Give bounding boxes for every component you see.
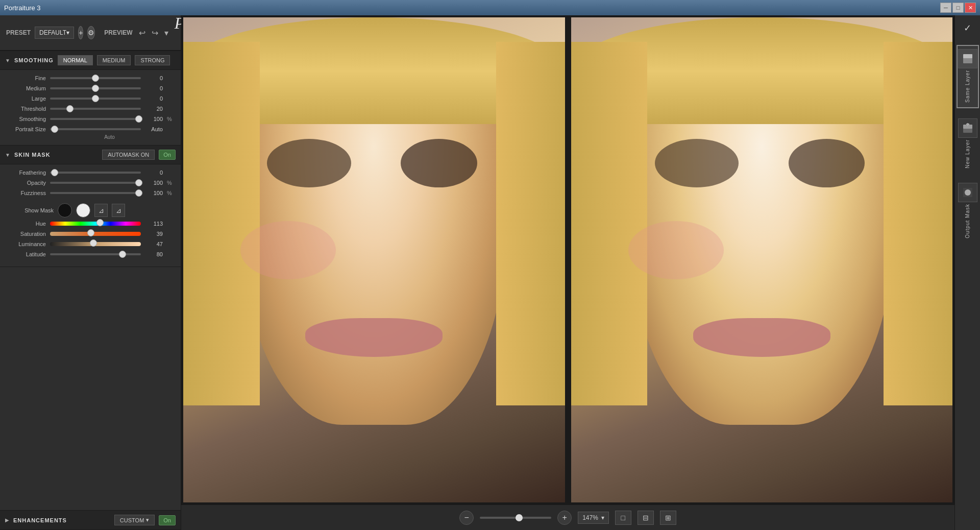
strong-button[interactable]: STRONG <box>135 55 170 65</box>
same-layer-option[interactable]: Same Layer <box>957 45 979 108</box>
smoothing-value: 100 <box>145 116 163 122</box>
preset-label: PRESET <box>6 29 31 36</box>
medium-label: Medium <box>8 85 46 91</box>
latitude-value: 80 <box>145 251 163 257</box>
preview-area: − + 147% ▾ □ ⊟ ⊞ <box>181 15 954 530</box>
hue-value: 113 <box>145 221 163 227</box>
zoom-slider[interactable] <box>480 517 551 519</box>
app-title-bar: Portraiture 3 <box>4 4 41 12</box>
output-mask-option[interactable]: Output Mask <box>957 180 979 243</box>
fuzziness-slider-thumb[interactable] <box>135 189 142 197</box>
maximize-btn[interactable]: □ <box>952 3 964 13</box>
large-slider-row: Large 0 <box>8 95 173 102</box>
skin-mask-collapse-icon[interactable]: ▼ <box>5 152 10 158</box>
skin-mask-on-button[interactable]: On <box>159 150 176 160</box>
large-slider-track[interactable] <box>50 98 141 100</box>
portrait-size-label: Portrait Size <box>8 126 46 132</box>
redo-button[interactable]: ↪ <box>150 27 160 39</box>
add-preset-button[interactable]: + <box>78 26 83 39</box>
large-label: Large <box>8 95 46 102</box>
smoothing-collapse-icon[interactable]: ▼ <box>5 58 10 63</box>
settings-icon[interactable]: ⚙ <box>87 26 95 39</box>
hue-slider-row: Hue 113 <box>8 221 173 227</box>
hue-slider-thumb[interactable] <box>96 219 104 226</box>
preset-dropdown[interactable]: DEFAULT ▾ <box>35 27 74 39</box>
enhancements-on-button[interactable]: On <box>159 515 176 525</box>
feathering-slider-track[interactable] <box>50 172 141 174</box>
medium-slider-track[interactable] <box>50 87 141 89</box>
opacity-slider-track[interactable] <box>50 182 141 184</box>
luminance-slider-thumb[interactable] <box>90 239 97 247</box>
saturation-slider-track[interactable] <box>50 232 141 236</box>
checkmark-icon: ✓ <box>964 22 971 34</box>
mask-white-button[interactable] <box>76 203 90 218</box>
hue-slider-track[interactable] <box>50 222 141 226</box>
mask-black-button[interactable] <box>58 203 72 218</box>
zoom-out-button[interactable]: − <box>459 511 474 525</box>
latitude-slider-track[interactable] <box>50 253 141 255</box>
fuzziness-slider-track[interactable] <box>50 192 141 194</box>
view-split-h-button[interactable]: ⊟ <box>638 511 654 525</box>
title-bar: Portraiture 3 ─ □ ✕ <box>0 0 980 15</box>
new-layer-option[interactable]: New Layer <box>957 115 979 173</box>
portrait-size-slider-thumb[interactable] <box>51 126 58 133</box>
history-menu-icon[interactable]: ▾ <box>162 27 170 39</box>
feathering-slider-thumb[interactable] <box>51 169 58 176</box>
luminance-slider-track[interactable] <box>50 242 141 246</box>
fine-label: Fine <box>8 75 46 81</box>
close-btn[interactable]: ✕ <box>965 3 976 13</box>
threshold-slider-thumb[interactable] <box>66 105 74 112</box>
view-single-button[interactable]: □ <box>615 511 631 525</box>
fuzziness-slider-row: Fuzziness 100 % <box>8 190 173 196</box>
custom-button[interactable]: CUSTOM ▾ <box>114 515 155 525</box>
opacity-unit: % <box>167 180 173 186</box>
fine-value: 0 <box>145 75 163 81</box>
left-panel: PRESET DEFAULT ▾ + ⚙ PREVIEW ↩ ↪ ▾ Portr… <box>0 15 181 530</box>
normal-button[interactable]: NORMAL <box>58 55 93 65</box>
feathering-slider-row: Feathering 0 <box>8 170 173 176</box>
svg-rect-0 <box>963 58 972 63</box>
medium-slider-row: Medium 0 <box>8 85 173 91</box>
portrait-size-slider-track[interactable] <box>50 128 141 130</box>
smoothing-label: Smoothing <box>8 116 46 122</box>
medium-value: 0 <box>145 85 163 91</box>
fine-slider-thumb[interactable] <box>92 75 99 82</box>
smoothing-slider-thumb[interactable] <box>135 115 142 123</box>
zoom-thumb[interactable] <box>516 514 523 521</box>
hue-label: Hue <box>8 221 46 227</box>
latitude-label: Latitude <box>8 251 46 257</box>
undo-button[interactable]: ↩ <box>137 27 148 39</box>
smoothing-header: ▼ SMOOTHING NORMAL MEDIUM STRONG <box>0 51 181 70</box>
medium-button[interactable]: MEDIUM <box>97 55 131 65</box>
eyedropper2-icon[interactable]: ⊿ <box>112 204 125 217</box>
skin-mask-sliders: Feathering 0 Opacity 100 % Fuzziness <box>0 164 181 267</box>
luminance-value: 47 <box>145 241 163 247</box>
fuzziness-unit: % <box>167 190 173 196</box>
saturation-slider-thumb[interactable] <box>87 229 94 236</box>
same-layer-icon <box>962 53 974 65</box>
medium-slider-thumb[interactable] <box>92 85 99 92</box>
zoom-value: 147% <box>582 514 598 521</box>
minimize-btn[interactable]: ─ <box>940 3 951 13</box>
custom-chevron-icon: ▾ <box>146 517 149 523</box>
zoom-in-button[interactable]: + <box>557 511 572 525</box>
smoothing-slider-track[interactable] <box>50 118 141 120</box>
enhancements-collapse-icon[interactable]: ▶ <box>5 517 9 523</box>
latitude-slider-thumb[interactable] <box>119 251 126 258</box>
large-slider-thumb[interactable] <box>92 95 99 102</box>
automask-button[interactable]: AUTOMASK ON <box>102 150 155 160</box>
latitude-slider-row: Latitude 80 <box>8 251 173 257</box>
threshold-slider-track[interactable] <box>50 108 141 110</box>
opacity-slider-thumb[interactable] <box>135 179 142 186</box>
portrait-size-row: Portrait Size Auto <box>8 126 173 132</box>
opacity-label: Opacity <box>8 180 46 186</box>
view-split-v-button[interactable]: ⊞ <box>660 511 676 525</box>
eyedropper-icon[interactable]: ⊿ <box>94 204 108 217</box>
output-mask-box <box>958 183 977 202</box>
portrait-size-value: Auto <box>145 126 163 132</box>
zoom-value-box[interactable]: 147% ▾ <box>578 512 609 524</box>
before-preview <box>183 17 565 502</box>
fine-slider-track[interactable] <box>50 77 141 79</box>
same-layer-label: Same Layer <box>965 70 971 104</box>
fine-slider-row: Fine 0 <box>8 75 173 81</box>
